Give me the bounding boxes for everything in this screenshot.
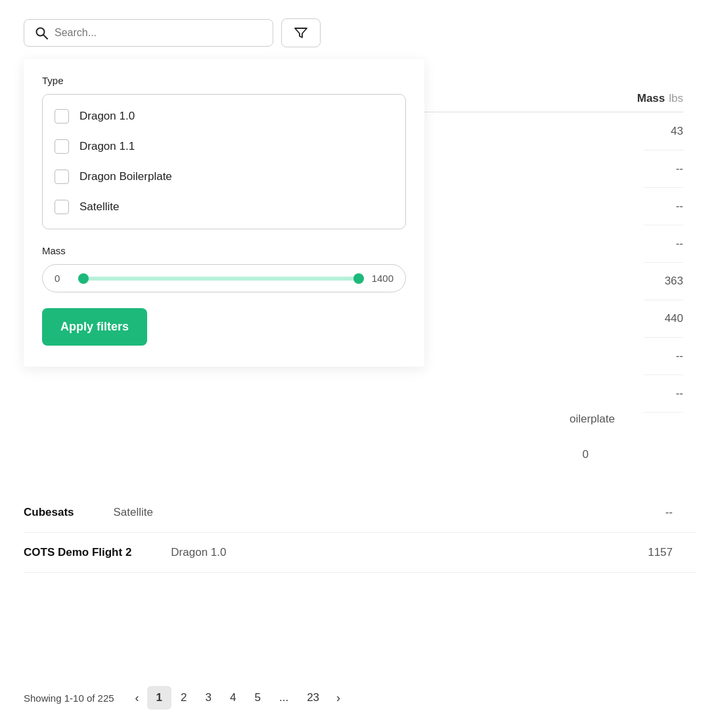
partial-text-2: 0 (583, 448, 589, 461)
next-page-button[interactable]: › (328, 687, 348, 709)
mass-min-value: 0 (55, 273, 70, 284)
page-button-3[interactable]: 3 (196, 686, 221, 710)
mass-range-track[interactable] (78, 277, 364, 281)
range-handle-left[interactable] (78, 273, 89, 284)
filter-button[interactable] (281, 18, 321, 47)
page-button-1[interactable]: 1 (147, 686, 171, 710)
checkbox-label-satellite: Satellite (79, 200, 119, 214)
table-row: Cubesats Satellite -- (24, 493, 696, 533)
type-filter-label: Type (42, 75, 406, 86)
svg-line-1 (43, 35, 47, 39)
page-button-23[interactable]: 23 (298, 686, 328, 710)
table-row: COTS Demo Flight 2 Dragon 1.0 1157 (24, 533, 696, 573)
mass-value-3: -- (644, 188, 683, 225)
checkbox-dragon11[interactable] (55, 139, 69, 154)
mass-unit-header: lbs (669, 92, 683, 105)
mass-column-header: Mass (637, 92, 665, 105)
top-bar (0, 0, 720, 60)
mass-value-2: -- (644, 150, 683, 188)
funnel-icon (294, 26, 308, 40)
partial-text-1: oilerplate (570, 413, 615, 426)
mass-value-1: 43 (644, 113, 683, 150)
row-mass-cubesats: -- (665, 506, 673, 519)
pagination-info: Showing 1-10 of 225 (24, 693, 114, 704)
search-box (24, 19, 273, 47)
checkbox-label-dragon10: Dragon 1.0 (79, 110, 135, 123)
prev-page-button[interactable]: ‹ (127, 687, 147, 709)
checkbox-item-dragonbp: Dragon Boilerplate (55, 162, 394, 192)
page-button-2[interactable]: 2 (171, 686, 196, 710)
checkbox-dragonbp[interactable] (55, 170, 69, 184)
page-button-5[interactable]: 5 (245, 686, 269, 710)
mass-value-5: 363 (644, 263, 683, 300)
filter-dropdown-panel: Type Dragon 1.0 Dragon 1.1 Dragon Boiler… (24, 59, 424, 367)
mass-filter-label: Mass (42, 245, 406, 256)
search-input[interactable] (55, 27, 262, 39)
checkbox-item-dragon10: Dragon 1.0 (55, 101, 394, 131)
range-handle-right[interactable] (353, 273, 364, 284)
apply-filters-button[interactable]: Apply filters (42, 308, 147, 346)
mass-value-8: -- (644, 375, 683, 413)
row-name-cubesats: Cubesats (24, 506, 74, 519)
pagination: Showing 1-10 of 225 ‹ 1 2 3 4 5 ... 23 › (24, 686, 696, 710)
mass-range-container: 0 1400 (42, 264, 406, 292)
search-icon (35, 26, 48, 39)
page-button-ellipsis: ... (270, 686, 298, 710)
row-name-cots2: COTS Demo Flight 2 (24, 546, 131, 559)
checkbox-label-dragonbp: Dragon Boilerplate (79, 170, 172, 183)
mass-value-7: -- (644, 338, 683, 375)
row-mass-cots2: 1157 (648, 546, 673, 559)
checkbox-label-dragon11: Dragon 1.1 (79, 140, 135, 153)
checkbox-item-dragon11: Dragon 1.1 (55, 131, 394, 162)
mass-value-6: 440 (644, 300, 683, 338)
type-checkbox-list: Dragon 1.0 Dragon 1.1 Dragon Boilerplate… (42, 94, 406, 229)
checkbox-item-satellite: Satellite (55, 192, 394, 222)
mass-filter-section: Mass 0 1400 (42, 245, 406, 292)
mass-value-4: -- (644, 225, 683, 263)
checkbox-dragon10[interactable] (55, 109, 69, 124)
row-type-cubesats: Satellite (114, 506, 153, 519)
mass-column-values: 43 -- -- -- 363 440 -- -- (644, 113, 683, 413)
mass-max-value: 1400 (372, 273, 394, 284)
checkbox-satellite[interactable] (55, 200, 69, 214)
page-button-4[interactable]: 4 (221, 686, 245, 710)
row-type-cots2: Dragon 1.0 (171, 546, 226, 559)
bottom-rows: Cubesats Satellite -- COTS Demo Flight 2… (24, 493, 696, 573)
